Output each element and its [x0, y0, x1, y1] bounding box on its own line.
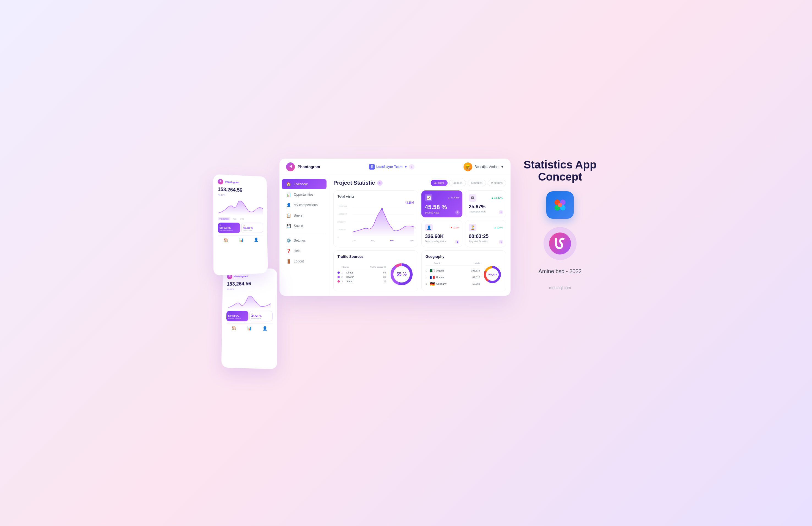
phantogram-logo-large — [543, 227, 577, 260]
sidebar-item-overview[interactable]: 🏠 Overview — [282, 179, 327, 189]
bounce-icon: 📈 — [425, 194, 432, 201]
sidebar-item-briefs[interactable]: 📋 Briefs — [282, 211, 327, 221]
sidebar-item-opportunities[interactable]: 📊 Opportunities — [282, 190, 327, 199]
dash-main-header: Project Statistic ℹ 30 days 90 days 6 mo… — [333, 180, 506, 186]
phone-tabs: Favourites Flat First — [218, 217, 263, 221]
geography-card: Geography Country Visits 1 🇩🇿 — [421, 250, 506, 291]
chart-y-labels: 150000.00 100000.00 50000.00 10000.00 0 — [337, 205, 347, 238]
saved-icon: 💾 — [286, 224, 291, 228]
phone-cards-2: ⏱ 00:03:25 Avg Visit Duration 📈 45.58 % … — [227, 311, 273, 321]
visits-label: Total monthly visits — [425, 240, 459, 243]
figma-icon — [546, 191, 574, 219]
duration-info-btn[interactable]: ℹ — [499, 240, 503, 244]
phone-brand: Phantogram — [225, 181, 239, 184]
time-filter: 30 days 90 days 6 months 9 months — [431, 180, 506, 186]
sidebar-item-settings[interactable]: ⚙️ Settings — [282, 236, 327, 245]
phone-brand-2: Phantogram — [234, 275, 248, 278]
filter-90days[interactable]: 90 days — [449, 180, 466, 186]
pages-value: 25.67% — [469, 204, 503, 210]
phone-chart-2 — [227, 292, 273, 309]
traffic-header: Source Traffic source % — [337, 265, 386, 269]
phone-stat-sub-2: +2.11% — [227, 287, 273, 290]
geo-title: Geography — [425, 255, 502, 259]
sidebar-item-logout[interactable]: 🚪 Logout — [282, 256, 327, 266]
duration-badge: ▲2.1% — [494, 226, 503, 229]
phone-bottom-nav-2: 🏠 📊 👤 — [226, 324, 273, 331]
phone-nav-chart-2[interactable]: 📊 — [247, 326, 251, 330]
credit-text: Amine bsd - 2022 — [539, 268, 582, 274]
sidebar-item-competitions[interactable]: 👤 My competitions — [282, 200, 327, 210]
duration-icon: ⏳ — [469, 224, 476, 231]
visits-value: 326.60K — [425, 234, 459, 239]
dash-sidebar: 🏠 Overview 📊 Opportunities 👤 My competit… — [279, 175, 329, 296]
chart-peak: 43.18M — [337, 201, 414, 204]
title-line-1: Statistics App — [523, 159, 596, 171]
sidebar-item-saved[interactable]: 💾 Saved — [282, 221, 327, 231]
stat-avg-duration: ⏳ ▲2.1% 00:03:25 Avg Visit Duration ℹ — [465, 220, 506, 247]
pages-badge: ▲12.43% — [491, 196, 503, 199]
phone-bottom-nav-1: 🏠 📊 👤 — [218, 235, 263, 242]
sidebar-item-help[interactable]: ❓ Help — [282, 246, 327, 256]
dash-body: 🏠 Overview 📊 Opportunities 👤 My competit… — [279, 175, 510, 296]
filter-6months[interactable]: 6 months — [468, 180, 486, 186]
phone-tab-flat[interactable]: Flat — [231, 217, 238, 221]
traffic-donut: 55 % — [389, 262, 414, 287]
traffic-sources-card: Traffic Sources Source Traffic source % … — [333, 250, 418, 291]
phone-chart-1 — [218, 198, 263, 215]
title-info-icon[interactable]: ℹ — [377, 180, 382, 186]
chart-x-labels: Oct Nov Dec Janu — [337, 239, 414, 242]
dash-main: Project Statistic ℹ 30 days 90 days 6 mo… — [329, 175, 510, 296]
dash-team: E LostSlayer Team ▼ + — [369, 164, 415, 169]
traffic-row-1: 1 Direct 55 — [337, 270, 386, 275]
filter-30days[interactable]: 30 days — [431, 180, 448, 186]
donut-center: 55 % — [397, 272, 407, 277]
duration-label: Avg Visit Duration — [469, 240, 503, 243]
geo-donut: 262,214 — [483, 265, 502, 284]
phone-nav-user-2[interactable]: 👤 — [262, 326, 267, 330]
traffic-row-3: 3 Social 10 — [337, 279, 386, 284]
dash-user: 👷 Bousdjira Amine ▼ — [464, 162, 504, 171]
title-line-2: Concept — [523, 171, 596, 183]
phone-nav-user[interactable]: 👤 — [253, 238, 258, 242]
geo-table: Country Visits 1 🇩🇿 Algeria 195,334 — [425, 262, 480, 287]
traffic-table: Source Traffic source % 1 Direct 55 — [337, 265, 386, 284]
phone-stat-main: 153,264.56 — [218, 186, 263, 194]
phone-logo: ᖷ — [218, 179, 223, 185]
svg-point-5 — [381, 208, 383, 210]
phone-stat-sub: +2.11% — [218, 194, 263, 197]
geo-row-1: 1 🇩🇿 Algeria 195,334 — [425, 267, 480, 274]
right-section: Statistics App Concept Amine bsd - 2022 … — [522, 159, 598, 290]
page-wrapper: ᖷ Phantogram 153,264.56 +2.11% — [214, 159, 598, 367]
total-visits-card: Total visits 43.18M 150000.00 100000.00 … — [333, 191, 418, 247]
settings-icon: ⚙️ — [286, 238, 291, 243]
phone-nav-chart[interactable]: 📊 — [239, 238, 244, 242]
bounce-info-btn[interactable]: ℹ — [455, 210, 460, 215]
filter-9months[interactable]: 9 months — [488, 180, 506, 186]
bottom-row: Traffic Sources Source Traffic source % … — [333, 250, 506, 291]
geo-donut-value: 262,214 — [488, 273, 497, 276]
dash-logo-area: ᖷ Phantogram — [286, 162, 320, 171]
phantogram-inner — [549, 232, 571, 255]
title-block: Statistics App Concept — [523, 159, 596, 183]
pages-label: Pages per visits — [469, 210, 503, 213]
phone-tab-first[interactable]: First — [239, 217, 246, 221]
phone-nav-home-2[interactable]: 🏠 — [231, 326, 236, 330]
stat-bounce-rate: 📈 ▲13.43% 45.58 % Bounce Rate ℹ — [421, 191, 462, 217]
phone-tab-favourites[interactable]: Favourites — [218, 217, 230, 220]
stat-monthly-visits: 👤 ▼1.2% 326.60K Total monthly visits ℹ — [421, 220, 462, 247]
stat-pages-visits: 🖥 ▲12.43% 25.67% Pages per visits ℹ — [465, 191, 506, 217]
phone-stat-main-2: 153,264.56 — [227, 280, 273, 287]
visits-info-btn[interactable]: ℹ — [455, 240, 459, 244]
overview-icon: 🏠 — [286, 182, 291, 186]
opportunities-icon: 📊 — [286, 192, 291, 197]
briefs-icon: 📋 — [286, 213, 291, 217]
competitions-icon: 👤 — [286, 203, 291, 207]
phone-card-duration-2: ⏱ 00:03:25 Avg Visit Duration — [227, 311, 248, 321]
geo-bottom: Country Visits 1 🇩🇿 Algeria 195,334 — [425, 262, 502, 287]
pages-info-btn[interactable]: ℹ — [499, 210, 503, 214]
traffic-row-2: 2 Search 35 — [337, 275, 386, 279]
phone-card-bounce-2: 📈 45.58 % Bounce Rate — [249, 311, 273, 321]
bounce-value: 45.58 % — [425, 204, 459, 211]
phone-card-duration: ⏱ 00:03:25 Avg Visit Duration — [218, 223, 240, 233]
phone-nav-home[interactable]: 🏠 — [223, 238, 228, 243]
